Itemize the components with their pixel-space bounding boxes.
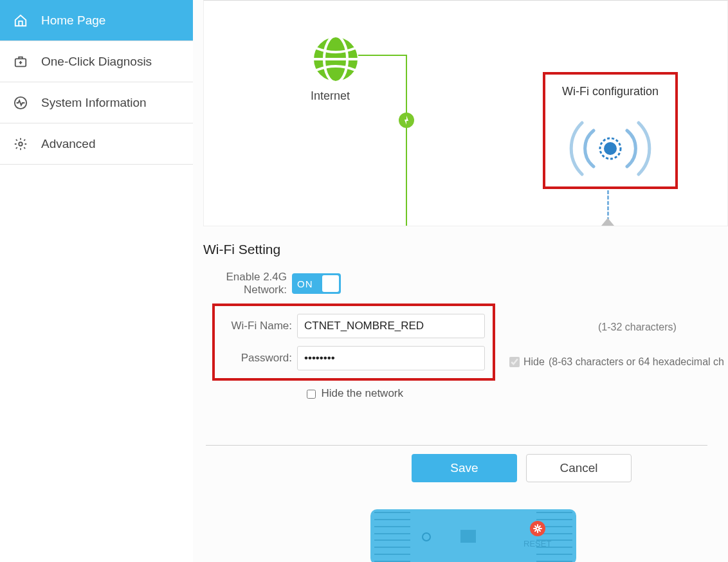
svg-line-16 (535, 530, 537, 532)
sidebar: Home Page One-Click Diagnosis System Inf… (0, 0, 193, 562)
connection-indicator-icon (399, 113, 414, 128)
reset-icon (530, 521, 545, 536)
svg-line-14 (538, 530, 540, 532)
wifi-antenna-icon (559, 110, 662, 183)
toggle-state-text: ON (297, 278, 313, 289)
router-led-icon (422, 532, 431, 541)
main-content: Internet Wi-Fi configuration Wi-Fi (193, 0, 728, 562)
password-hint: (8-63 characters or 64 hexadecimal ch (549, 356, 724, 368)
password-row: Password: (217, 342, 490, 374)
password-input[interactable] (297, 346, 485, 370)
diagram-line (406, 55, 407, 226)
reset-label: RESET (523, 539, 551, 548)
wifi-name-label: Wi-Fi Name: (217, 320, 297, 332)
sidebar-item-diagnosis[interactable]: One-Click Diagnosis (0, 41, 193, 82)
sidebar-item-label: One-Click Diagnosis (41, 55, 152, 69)
enable-network-toggle[interactable]: ON (292, 273, 341, 294)
diagram-line (358, 55, 407, 56)
password-label: Password: (217, 352, 297, 365)
svg-point-7 (604, 142, 617, 155)
hide-network-label[interactable]: Hide the network (321, 387, 403, 399)
hide-network-row: Hide the network (212, 387, 495, 401)
wifi-name-hint: (1-32 characters) (598, 322, 677, 333)
save-button[interactable]: Save (412, 454, 517, 482)
wifi-name-row: Wi-Fi Name: (217, 310, 490, 342)
gear-icon (13, 136, 28, 152)
sidebar-item-sysinfo[interactable]: System Information (0, 82, 193, 123)
sidebar-item-label: Home Page (41, 14, 105, 28)
home-icon (13, 13, 28, 28)
medical-kit-icon (13, 54, 28, 69)
action-buttons: Save Cancel (412, 454, 632, 482)
sidebar-item-home[interactable]: Home Page (0, 0, 193, 41)
router-body: RESET (370, 509, 576, 562)
svg-line-13 (535, 526, 537, 528)
router-illustration: RESET (370, 509, 576, 562)
wifi-form: Enable 2.4GNetwork: ON Wi-Fi Name: Passw… (193, 261, 728, 401)
router-reset: RESET (523, 521, 551, 548)
chevron-up-icon (601, 218, 614, 226)
router-port-icon (460, 530, 476, 543)
hide-password-label: Hide (523, 356, 545, 368)
password-hint-row: Hide (8-63 characters or 64 hexadecimal … (507, 355, 724, 369)
hide-network-checkbox[interactable] (307, 390, 316, 399)
sidebar-item-label: Advanced (41, 137, 96, 151)
credentials-highlight: Wi-Fi Name: Password: (212, 304, 495, 381)
cancel-button[interactable]: Cancel (526, 454, 632, 482)
sidebar-item-label: System Information (41, 96, 147, 110)
wifi-config-card[interactable]: Wi-Fi configuration (543, 72, 678, 189)
toggle-knob (322, 275, 339, 292)
network-diagram: Internet Wi-Fi configuration (203, 0, 728, 226)
hide-password-checkbox[interactable] (509, 357, 520, 367)
svg-line-15 (538, 526, 540, 528)
enable-network-row: Enable 2.4GNetwork: ON (212, 266, 718, 301)
sidebar-item-advanced[interactable]: Advanced (0, 123, 193, 165)
wifi-settings-panel: Wi-Fi Setting Enable 2.4GNetwork: ON Wi-… (193, 238, 728, 562)
svg-point-2 (19, 142, 23, 146)
section-title: Wi-Fi Setting (193, 238, 728, 261)
activity-icon (13, 95, 28, 111)
wifi-config-title: Wi-Fi configuration (562, 85, 659, 98)
wifi-name-input[interactable] (297, 314, 485, 338)
globe-icon (311, 34, 361, 87)
enable-network-label: Enable 2.4GNetwork: (212, 271, 292, 296)
divider (206, 445, 707, 446)
internet-label: Internet (311, 89, 350, 103)
